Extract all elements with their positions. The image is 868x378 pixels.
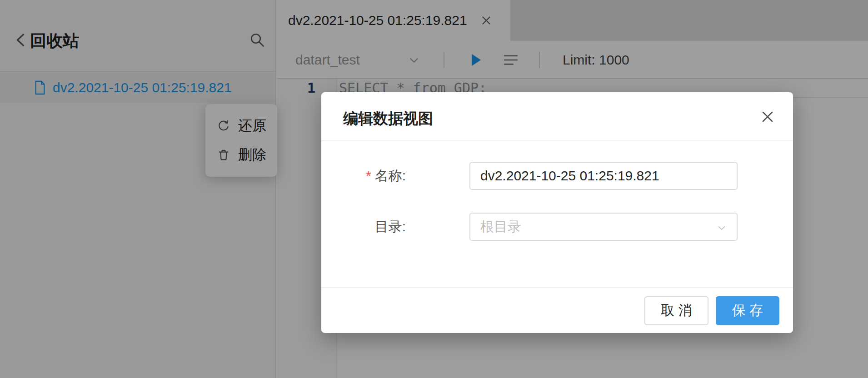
- directory-select-placeholder: 根目录: [480, 218, 521, 236]
- cancel-button[interactable]: 取 消: [644, 296, 708, 325]
- required-asterisk: *: [366, 168, 371, 183]
- modal-header: 编辑数据视图: [321, 92, 793, 141]
- edit-data-view-modal: 编辑数据视图 *名称: 目录: 根目录 取 消 保 存: [321, 92, 793, 333]
- save-button[interactable]: 保 存: [716, 296, 779, 325]
- modal-body: *名称: 目录: 根目录: [321, 141, 793, 287]
- app-root: 回收站 dv2.2021-10-25 01:25:19.821 dv2.2021…: [0, 0, 868, 378]
- name-field-label: *名称:: [321, 167, 406, 185]
- name-input[interactable]: [469, 162, 738, 190]
- modal-title: 编辑数据视图: [343, 109, 433, 129]
- modal-footer: 取 消 保 存: [321, 287, 793, 333]
- form-row-name: *名称:: [321, 162, 793, 190]
- directory-field-label: 目录:: [321, 218, 406, 236]
- directory-select[interactable]: 根目录: [469, 213, 738, 241]
- chevron-down-icon: [717, 223, 727, 233]
- modal-close-icon[interactable]: [760, 109, 775, 124]
- form-row-directory: 目录: 根目录: [321, 213, 793, 241]
